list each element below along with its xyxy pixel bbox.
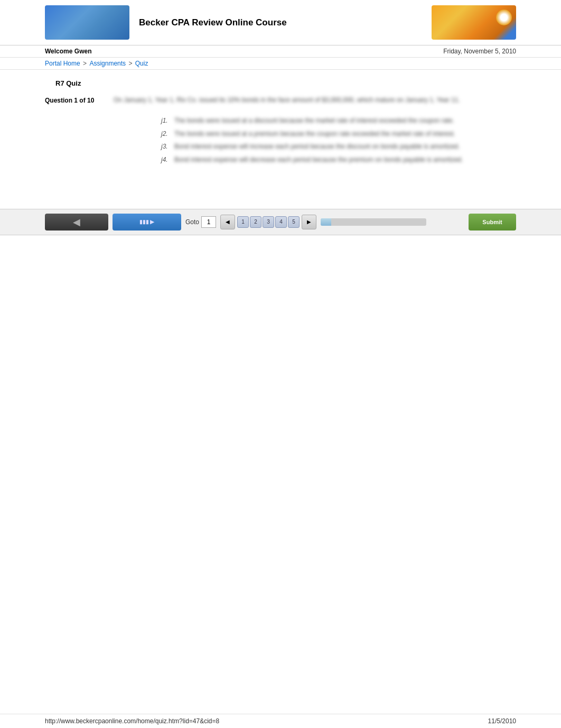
answer-option-2[interactable]: j2. The bonds were issued at a premium b…: [161, 130, 516, 139]
nav-next-btn[interactable]: ▶: [302, 215, 316, 229]
date-text: Friday, November 5, 2010: [443, 48, 516, 55]
answer-text-3: Bond interest expense will increase each…: [174, 142, 460, 151]
main-content: R7 Quiz Question 1 of 10 On January 1, Y…: [0, 70, 561, 177]
goto-input[interactable]: [201, 216, 216, 228]
goto-section: Goto: [185, 216, 216, 228]
page-num-1[interactable]: 1: [237, 216, 249, 228]
nav-blue-button[interactable]: ▮▮▮ ▶: [113, 214, 181, 231]
nav-prev-btn[interactable]: ◀: [220, 215, 235, 229]
answer-option-4[interactable]: j4. Bond interest expense will decrease …: [161, 155, 516, 164]
breadcrumb-portal-home[interactable]: Portal Home: [45, 60, 80, 67]
breadcrumb: Portal Home > Assignments > Quiz: [0, 58, 561, 70]
progress-bar-fill: [321, 218, 331, 226]
answer-text-1: The bonds were issued at a discount beca…: [174, 116, 454, 125]
answer-option-3[interactable]: j3. Bond interest expense will increase …: [161, 142, 516, 151]
welcome-bar: Welcome Gwen Friday, November 5, 2010: [0, 45, 561, 58]
answer-label-3: j3.: [161, 142, 174, 150]
quiz-title: R7 Quiz: [45, 75, 516, 90]
question-area: Question 1 of 10 On January 1, Year 1, R…: [45, 90, 516, 172]
goto-label: Goto: [185, 218, 199, 226]
footer-date: 11/5/2010: [488, 717, 516, 725]
page-num-5[interactable]: 5: [288, 216, 300, 228]
question-header: Question 1 of 10 On January 1, Year 1, R…: [45, 94, 516, 107]
breadcrumb-assignments[interactable]: Assignments: [89, 60, 126, 67]
nav-back-button[interactable]: ◀: [45, 214, 108, 231]
question-label: Question 1 of 10: [45, 96, 114, 104]
answer-text-4: Bond interest expense will decrease each…: [174, 155, 463, 164]
question-text: On January 1, Year 1, Rix Co. issued its…: [114, 96, 516, 105]
page-footer: http://www.beckercpaonline.com/home/quiz…: [0, 714, 561, 728]
answer-option-1[interactable]: j1. The bonds were issued at a discount …: [161, 116, 516, 125]
answer-label-2: j2.: [161, 130, 174, 137]
page-num-2[interactable]: 2: [250, 216, 261, 228]
logo-left: [45, 5, 129, 40]
logo-right: [432, 5, 516, 40]
progress-bar-container: [321, 218, 426, 226]
answer-label-4: j4.: [161, 155, 174, 163]
page-num-3[interactable]: 3: [263, 216, 274, 228]
page-num-4[interactable]: 4: [275, 216, 287, 228]
header: Becker CPA Review Online Course: [0, 0, 561, 45]
answer-label-1: j1.: [161, 116, 174, 124]
breadcrumb-sep2: >: [127, 60, 134, 67]
nav-middle-buttons: ◀ 1 2 3 4 5 ▶: [220, 215, 316, 229]
footer-url: http://www.beckercpaonline.com/home/quiz…: [45, 717, 219, 725]
page-numbers: 1 2 3 4 5: [237, 216, 300, 228]
answers-section: j1. The bonds were issued at a discount …: [45, 116, 516, 164]
breadcrumb-sep1: >: [81, 60, 89, 67]
bottom-nav: ◀ ▮▮▮ ▶ Goto ◀ 1 2 3 4 5 ▶ Submit: [0, 209, 561, 235]
breadcrumb-quiz[interactable]: Quiz: [135, 60, 148, 67]
submit-button[interactable]: Submit: [469, 214, 516, 231]
answer-text-2: The bonds were issued at a premium becau…: [174, 130, 455, 139]
welcome-text: Welcome Gwen: [45, 48, 91, 55]
header-title: Becker CPA Review Online Course: [139, 17, 432, 28]
